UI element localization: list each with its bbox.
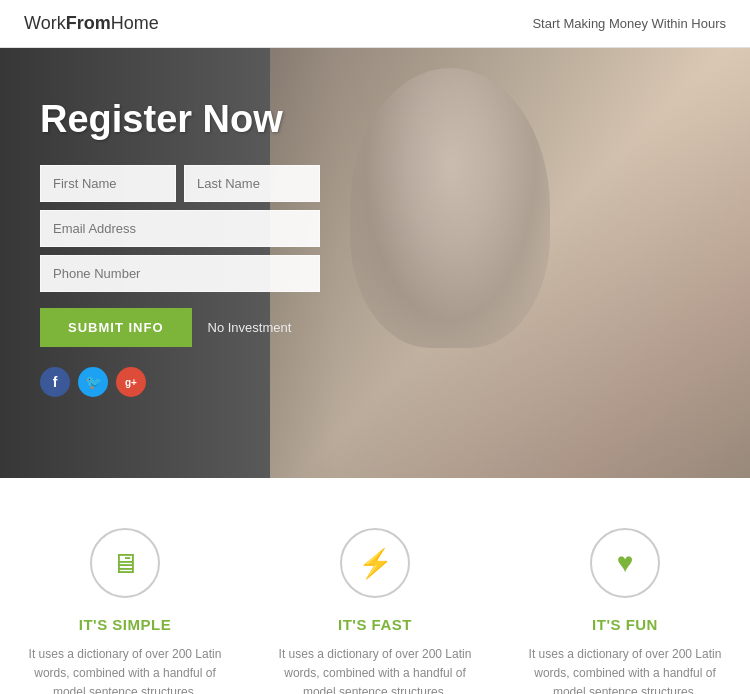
- twitter-icon[interactable]: 🐦: [78, 367, 108, 397]
- facebook-icon[interactable]: f: [40, 367, 70, 397]
- feature-fun-text: It uses a dictionary of over 200 Latin w…: [520, 645, 730, 694]
- feature-fast: ⚡ IT'S FAST It uses a dictionary of over…: [250, 528, 500, 694]
- last-name-input[interactable]: [184, 165, 320, 202]
- feature-simple: 🖥 IT'S SIMPLE It uses a dictionary of ov…: [0, 528, 250, 694]
- feature-fast-icon-wrap: ⚡: [340, 528, 410, 598]
- feature-simple-text: It uses a dictionary of over 200 Latin w…: [20, 645, 230, 694]
- heart-icon: ♥: [617, 547, 634, 579]
- google-plus-icon[interactable]: g+: [116, 367, 146, 397]
- logo-bold: From: [66, 13, 111, 33]
- email-input[interactable]: [40, 210, 320, 247]
- submit-button[interactable]: SUBMIT INFO: [40, 308, 192, 347]
- feature-simple-heading: IT'S SIMPLE: [20, 616, 230, 633]
- form-actions: SUBMIT INFO No Investment: [40, 308, 320, 347]
- hero-section: Register Now SUBMIT INFO No Investment f…: [0, 48, 750, 478]
- social-icons: f 🐦 g+: [40, 367, 320, 397]
- phone-input[interactable]: [40, 255, 320, 292]
- feature-fast-text: It uses a dictionary of over 200 Latin w…: [270, 645, 480, 694]
- logo-prefix: Work: [24, 13, 66, 33]
- monitor-icon: 🖥: [111, 547, 139, 580]
- header: WorkFromHome Start Making Money Within H…: [0, 0, 750, 48]
- logo-suffix: Home: [111, 13, 159, 33]
- hero-title: Register Now: [40, 98, 320, 141]
- email-row: [40, 210, 320, 247]
- feature-simple-icon-wrap: 🖥: [90, 528, 160, 598]
- phone-row: [40, 255, 320, 292]
- features-section: 🖥 IT'S SIMPLE It uses a dictionary of ov…: [0, 478, 750, 694]
- name-row: [40, 165, 320, 202]
- header-tagline: Start Making Money Within Hours: [532, 16, 726, 31]
- feature-fun-icon-wrap: ♥: [590, 528, 660, 598]
- bolt-icon: ⚡: [358, 547, 393, 580]
- feature-fun: ♥ IT'S FUN It uses a dictionary of over …: [500, 528, 750, 694]
- first-name-input[interactable]: [40, 165, 176, 202]
- logo: WorkFromHome: [24, 13, 159, 34]
- hero-content: Register Now SUBMIT INFO No Investment f…: [0, 48, 360, 447]
- feature-fun-heading: IT'S FUN: [520, 616, 730, 633]
- no-investment-label: No Investment: [208, 320, 292, 335]
- feature-fast-heading: IT'S FAST: [270, 616, 480, 633]
